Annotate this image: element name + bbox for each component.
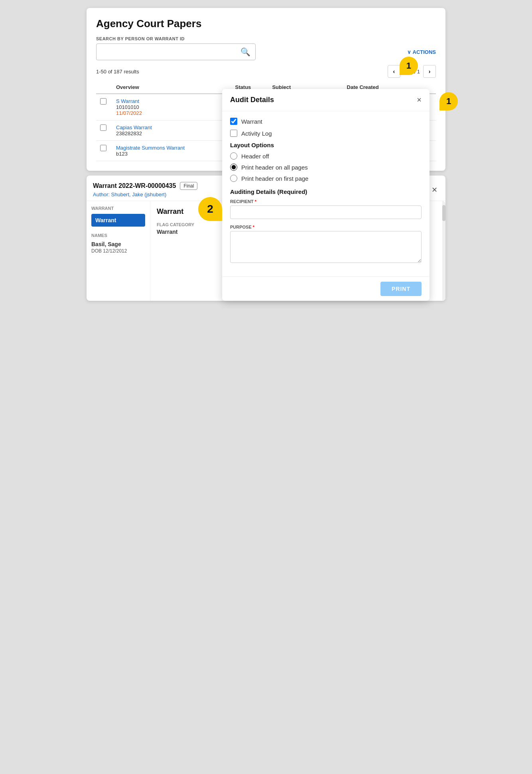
row2-warrant-id: 238282832	[116, 130, 142, 136]
header-off-row: Header off	[230, 152, 422, 160]
activity-log-checkbox-row: Activity Log	[230, 130, 422, 137]
warrant-body: WARRANT Warrant NAMES Basil, Sage DOB 12…	[87, 201, 445, 301]
step-badge-2: 2	[198, 197, 222, 221]
scrollbar[interactable]	[442, 201, 445, 301]
recipient-required: *	[255, 199, 256, 204]
actions-button[interactable]: ∨ ACTIONS	[407, 49, 436, 55]
col-overview: Overview	[112, 81, 231, 94]
header-first-radio[interactable]	[230, 175, 237, 182]
row3-overview: Magistrate Summons Warrant b123	[112, 141, 231, 161]
results-count: 1-50 of 187 results	[96, 69, 139, 75]
activity-log-label[interactable]: Activity Log	[241, 130, 272, 137]
scrollbar-thumb[interactable]	[442, 205, 445, 221]
warrant-detail-card: Warrant 2022-WR-00000435 Final Author: S…	[87, 176, 445, 301]
warrant-checkbox-label[interactable]: Warrant	[241, 118, 262, 125]
recipient-input[interactable]	[230, 205, 422, 219]
recipient-label: RECIPIENT *	[230, 199, 422, 204]
pagination: ‹ Page 1 1 ›	[388, 65, 436, 78]
warrant-id: Warrant 2022-WR-00000435	[93, 182, 176, 190]
header-all-label[interactable]: Print header on all pages	[241, 164, 308, 171]
auditing-title: Auditing Details (Required)	[230, 188, 422, 195]
warrant-title: Warrant 2022-WR-00000435 Final Author: S…	[93, 182, 197, 197]
warrant-content: Warrant FLAG CATEGORY Warrant FLAG — 2	[150, 201, 445, 301]
warrant-sidebar: WARRANT Warrant NAMES Basil, Sage DOB 12…	[87, 201, 150, 301]
search-icon: 🔍	[240, 47, 250, 57]
search-box[interactable]: 🔍	[96, 43, 256, 60]
row3-checkbox[interactable]	[100, 145, 106, 151]
purpose-required: *	[253, 225, 254, 229]
print-button[interactable]: PRINT	[380, 282, 422, 296]
layout-options-title: Layout Options	[230, 142, 422, 148]
header-all-row: Print header on all pages	[230, 164, 422, 171]
warrant-sidebar-item[interactable]: Warrant	[91, 214, 145, 227]
names-section-label: NAMES	[91, 233, 145, 238]
activity-log-checkbox[interactable]	[230, 130, 237, 137]
warrant-close-button[interactable]: ✕	[430, 184, 439, 196]
modal-title: Audit Details	[230, 96, 274, 104]
page-title: Agency Court Papers	[96, 18, 436, 30]
step-badge-1b: 1	[439, 92, 458, 111]
warrant-author: Author: Shubert, Jake (jshubert)	[93, 192, 197, 197]
header-off-radio[interactable]	[230, 152, 237, 160]
search-input[interactable]	[101, 49, 240, 55]
row3-warrant-link[interactable]: Magistrate Summons Warrant	[116, 145, 185, 151]
warrant-checkbox[interactable]	[230, 118, 237, 125]
modal-footer: PRINT	[222, 276, 430, 301]
chevron-down-icon: ∨	[407, 49, 411, 55]
row2-checkbox[interactable]	[100, 124, 106, 131]
names-section: NAMES Basil, Sage DOB 12/12/2012	[91, 233, 145, 254]
row2-warrant-link[interactable]: Capias Warrant	[116, 124, 152, 130]
row1-date: 11/07/2022	[116, 110, 142, 116]
next-page-button[interactable]: ›	[423, 65, 436, 78]
audit-details-modal: 2 Audit Details × Warrant Activi	[222, 89, 430, 301]
row1-warrant-link[interactable]: S Warrant	[116, 98, 139, 104]
modal-header: Audit Details ×	[222, 89, 430, 111]
purpose-textarea[interactable]	[230, 231, 422, 263]
row2-overview: Capias Warrant 238282832	[112, 120, 231, 141]
header-off-label[interactable]: Header off	[241, 153, 269, 160]
col-checkbox	[96, 81, 112, 94]
row1-warrant-id: 10101010	[116, 104, 139, 110]
final-badge: Final	[180, 182, 197, 190]
warrant-section-label: WARRANT	[91, 206, 145, 211]
header-all-radio[interactable]	[230, 164, 237, 171]
row1-overview: S Warrant 10101010 11/07/2022	[112, 94, 231, 120]
modal-body: Warrant Activity Log Layout Options Head…	[222, 111, 430, 276]
header-first-label[interactable]: Print header on first page	[241, 175, 308, 182]
person-dob: DOB 12/12/2012	[91, 248, 145, 254]
row3-warrant-id: b123	[116, 151, 128, 157]
row1-checkbox[interactable]	[100, 98, 106, 105]
prev-page-button[interactable]: ‹	[388, 65, 400, 78]
step-badge-1: 1	[400, 57, 418, 75]
person-name: Basil, Sage	[91, 241, 145, 247]
header-first-row: Print header on first page	[230, 175, 422, 182]
warrant-checkbox-row: Warrant	[230, 118, 422, 125]
purpose-label: PURPOSE *	[230, 225, 422, 229]
search-label: SEARCH BY PERSON OR WARRANT ID	[96, 36, 436, 41]
modal-close-button[interactable]: ×	[417, 95, 422, 105]
